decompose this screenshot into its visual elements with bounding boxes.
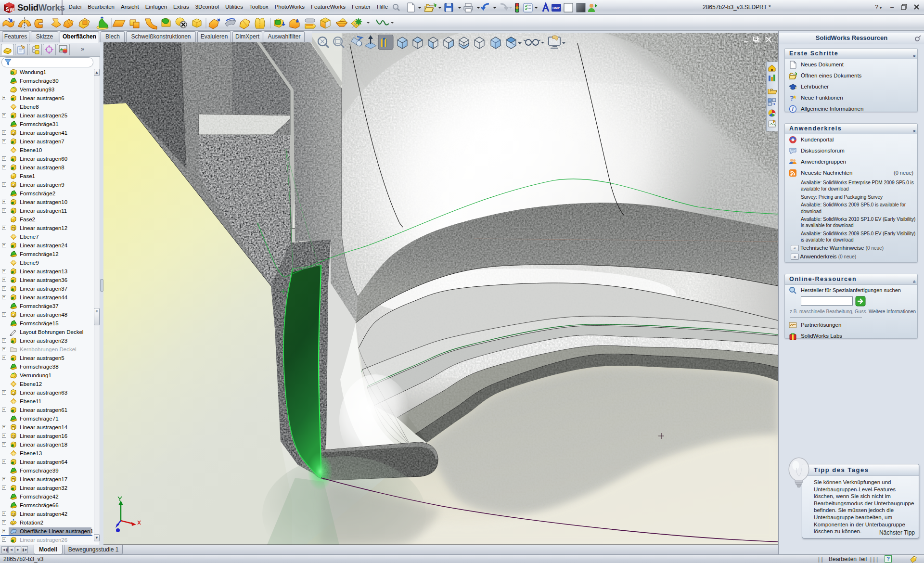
svg-text:W: W [10, 7, 14, 13]
svg-text:?: ? [790, 94, 794, 102]
svg-text:S: S [6, 7, 9, 12]
svg-text:BMP: BMP [552, 6, 560, 10]
